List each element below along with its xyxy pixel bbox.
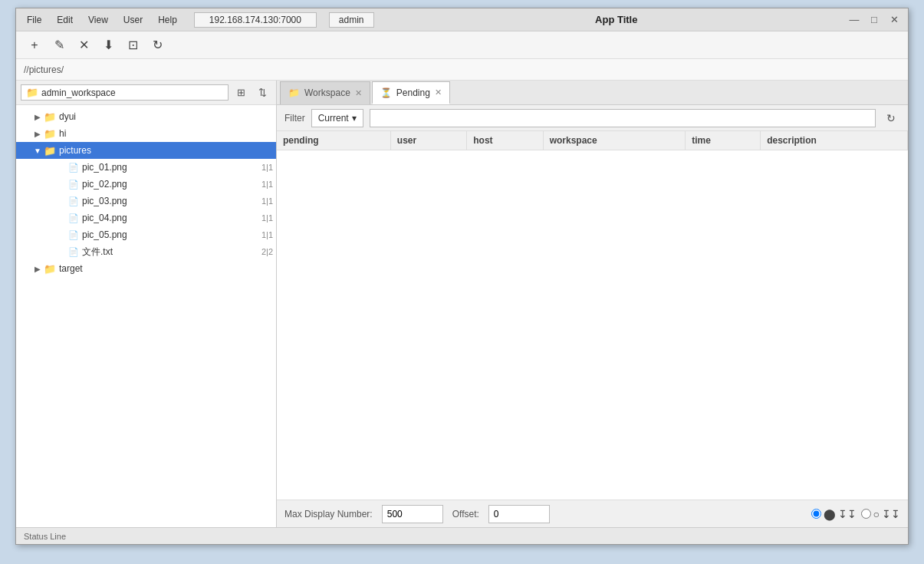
tree-item-pic04[interactable]: ▶ 📄 pic_04.png 1|1 xyxy=(16,209,276,226)
tree-item-target[interactable]: ▶ 📁 target xyxy=(16,260,276,277)
workspace-tab-close[interactable]: ✕ xyxy=(355,88,362,98)
filter-refresh-button[interactable]: ↻ xyxy=(882,109,900,127)
filter-dropdown[interactable]: Current ▾ xyxy=(311,109,363,127)
file-icon-pic02: 📄 xyxy=(68,180,79,190)
status-bar: Status Line xyxy=(16,527,908,544)
tab-pending-label: Pending xyxy=(396,87,430,98)
pending-tab-icon: ⏳ xyxy=(380,87,392,98)
tree-label-pic03: pic_03.png xyxy=(82,196,258,206)
radio-asc-input[interactable] xyxy=(811,509,821,519)
folder-icon-target: 📁 xyxy=(44,263,56,275)
table-header: pending user host workspace time descrip… xyxy=(277,131,908,150)
tree-label-target: target xyxy=(59,263,273,274)
col-time: time xyxy=(686,131,761,150)
tree-label-pictures: pictures xyxy=(59,145,273,156)
tree-label-pic01: pic_01.png xyxy=(82,162,258,173)
tree-label-hi: hi xyxy=(59,128,273,139)
file-icon-pic04: 📄 xyxy=(68,213,79,223)
right-panel: 📁 Workspace ✕ ⏳ Pending ✕ Filter Current… xyxy=(277,81,908,527)
expand-arrow-hi: ▶ xyxy=(31,127,44,140)
badge-pic04: 1|1 xyxy=(261,213,273,223)
filter-option: Current xyxy=(318,113,349,124)
user-tab[interactable]: admin xyxy=(329,12,374,28)
add-button[interactable]: + xyxy=(24,35,45,56)
tree-label-pic04: pic_04.png xyxy=(82,213,258,223)
refresh-button[interactable]: ↻ xyxy=(146,35,168,56)
tree-item-pic01[interactable]: ▶ 📄 pic_01.png 1|1 xyxy=(16,159,276,176)
radio-desc[interactable]: ○ ↧↧ xyxy=(861,508,900,520)
tabs-bar: 📁 Workspace ✕ ⏳ Pending ✕ xyxy=(277,81,908,105)
menu-file[interactable]: File xyxy=(22,13,46,27)
pending-tab-close[interactable]: ✕ xyxy=(435,87,442,97)
left-panel: 📁 admin_workspace ⊞ ⇅ ▶ 📁 dyui ▶ 📁 hi xyxy=(16,81,277,527)
main-window: File Edit View User Help 192.168.174.130… xyxy=(15,8,909,545)
file-tree: ▶ 📁 dyui ▶ 📁 hi ▼ 📁 pictures xyxy=(16,105,276,527)
content-area: 📁 admin_workspace ⊞ ⇅ ▶ 📁 dyui ▶ 📁 hi xyxy=(16,81,908,527)
file-icon-pic03: 📄 xyxy=(68,196,79,206)
close-x-button[interactable]: ✕ xyxy=(73,35,94,56)
offset-label: Offset: xyxy=(452,509,479,519)
workspace-folder-icon: 📁 xyxy=(26,87,38,98)
radio-asc[interactable]: ⬤ ↧↧ xyxy=(811,508,857,520)
max-display-input[interactable] xyxy=(382,505,443,523)
badge-pic02: 1|1 xyxy=(261,180,273,189)
expand-arrow-dyui: ▶ xyxy=(31,110,44,123)
col-host: host xyxy=(467,131,543,150)
tree-item-hi[interactable]: ▶ 📁 hi xyxy=(16,125,276,142)
save-button[interactable]: ⊡ xyxy=(122,35,143,56)
max-display-label: Max Display Number: xyxy=(284,509,373,519)
radio-desc-input[interactable] xyxy=(861,509,871,519)
tree-label-textfile: 文件.txt xyxy=(82,246,258,259)
workspace-new-button[interactable]: ⊞ xyxy=(232,84,250,102)
workspace-tab-icon: 📁 xyxy=(288,87,300,98)
menu-user[interactable]: User xyxy=(119,13,147,27)
sort-asc-icon: ⬤ xyxy=(824,508,836,520)
sort-options: ⬤ ↧↧ ○ ↧↧ xyxy=(811,508,900,520)
maximize-button[interactable]: □ xyxy=(866,13,882,27)
menu-bar: File Edit View User Help xyxy=(22,13,182,27)
data-table: pending user host workspace time descrip… xyxy=(277,131,908,150)
col-description: description xyxy=(761,131,908,150)
tree-item-dyui[interactable]: ▶ 📁 dyui xyxy=(16,108,276,125)
download-button[interactable]: ⬇ xyxy=(97,35,119,56)
window-titlebar: File Edit View User Help 192.168.174.130… xyxy=(16,8,908,31)
tree-item-pic02[interactable]: ▶ 📄 pic_02.png 1|1 xyxy=(16,176,276,193)
offset-input[interactable] xyxy=(488,505,550,523)
menu-help[interactable]: Help xyxy=(153,13,182,27)
tab-workspace[interactable]: 📁 Workspace ✕ xyxy=(280,81,370,104)
workspace-bar: 📁 admin_workspace ⊞ ⇅ xyxy=(16,81,276,105)
chevron-down-icon: ▾ xyxy=(352,113,357,124)
workspace-name: admin_workspace xyxy=(41,87,116,98)
folder-icon-dyui: 📁 xyxy=(44,111,56,123)
badge-pic01: 1|1 xyxy=(261,163,273,172)
address-tab[interactable]: 192.168.174.130:7000 xyxy=(194,12,317,28)
tree-item-pictures[interactable]: ▼ 📁 pictures xyxy=(16,142,276,159)
edit-button[interactable]: ✎ xyxy=(48,35,70,56)
filter-label: Filter xyxy=(284,113,305,124)
close-button[interactable]: ✕ xyxy=(886,13,902,27)
workspace-sort-button[interactable]: ⇅ xyxy=(253,84,271,102)
file-icon-textfile: 📄 xyxy=(68,247,79,257)
minimize-button[interactable]: — xyxy=(847,13,862,27)
sort-desc-arrows: ↧↧ xyxy=(882,508,900,520)
tree-label-dyui: dyui xyxy=(59,111,273,122)
filter-bar: Filter Current ▾ ↻ xyxy=(277,105,908,131)
tree-label-pic02: pic_02.png xyxy=(82,179,258,190)
badge-pic03: 1|1 xyxy=(261,196,273,206)
tab-pending[interactable]: ⏳ Pending ✕ xyxy=(372,81,450,104)
col-pending: pending xyxy=(277,131,390,150)
current-path: //pictures/ xyxy=(24,64,64,75)
sort-desc-icon: ○ xyxy=(873,508,880,520)
workspace-selector[interactable]: 📁 admin_workspace xyxy=(21,84,229,101)
tree-item-pic05[interactable]: ▶ 📄 pic_05.png 1|1 xyxy=(16,226,276,243)
menu-edit[interactable]: Edit xyxy=(52,13,77,27)
tree-item-textfile[interactable]: ▶ 📄 文件.txt 2|2 xyxy=(16,243,276,260)
filter-search-input[interactable] xyxy=(370,109,876,127)
menu-view[interactable]: View xyxy=(84,13,113,27)
file-icon-pic01: 📄 xyxy=(68,163,79,173)
status-text: Status Line xyxy=(24,532,66,541)
toolbar: + ✎ ✕ ⬇ ⊡ ↻ xyxy=(16,31,908,59)
col-user: user xyxy=(390,131,466,150)
tree-label-pic05: pic_05.png xyxy=(82,229,258,240)
tree-item-pic03[interactable]: ▶ 📄 pic_03.png 1|1 xyxy=(16,193,276,209)
